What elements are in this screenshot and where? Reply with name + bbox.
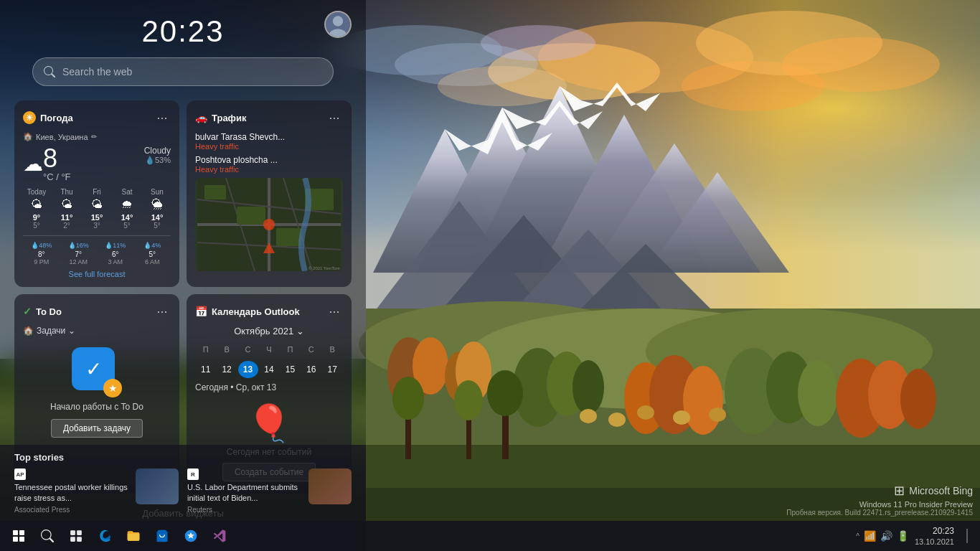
calendar-week-row: 11121314151617 [195,361,343,378]
forecast-day-icon: 🌦 [143,198,171,211]
svg-point-9 [438,66,567,106]
search-bar[interactable] [32,57,334,86]
calendar-day-header: Ч [259,341,279,358]
show-desktop-button[interactable] [960,523,974,549]
widgets-grid: ☀ Погода ··· 🏠 Киев, Украина ✏ ☁ 8 °C [0,93,366,501]
svg-text:© 2021 TomTom: © 2021 TomTom [308,266,340,270]
traffic-map: © 2021 TomTom [195,178,343,271]
ms-bing-text: Microsoft Bing [909,485,973,496]
forecast-day-icon: 🌤 [83,198,110,211]
forecast-day-label: Today [23,188,50,196]
weather-humidity-text: 53% [155,156,171,164]
win-logo-br [19,537,24,542]
calendar-day-cell[interactable]: 11 [196,361,216,378]
forecast-day-label: Sun [143,188,171,196]
todo-tasks-text: Задачи [37,326,65,336]
traffic-menu-button[interactable]: ··· [326,109,343,126]
traffic-status: Heavy traffic [195,165,343,174]
taskbar-vs-button[interactable] [207,523,232,549]
calendar-day-cell[interactable]: 17 [322,361,342,378]
forecast-day-item: Sun 🌦 14° 5° [143,188,171,230]
clock-display: 20:23 [141,14,224,49]
forecast-day-high: 14° [143,213,171,222]
forecast-day-icon: 🌧 [113,198,141,211]
calendar-menu-button[interactable]: ··· [326,303,343,320]
hourly-precip: 💧48% [23,242,60,249]
todo-title-text: To Do [36,306,62,317]
taskbar-task-view-button[interactable] [63,523,89,549]
search-input[interactable] [62,66,322,77]
news-source-row: R [187,468,303,480]
forecast-day-low: 5° [143,222,171,230]
taskbar-store-button[interactable] [149,523,175,549]
news-item[interactable]: R U.S. Labor Department submits initial … [187,468,352,514]
todo-tasks-label[interactable]: 🏠 Задачи ⌄ [23,326,171,336]
forecast-day-label: Thu [53,188,80,196]
win-build-text: Пробная версия. Build 22471.rs_prereleas… [786,509,973,517]
calendar-grid: ПВСЧПСВ11121314151617 [195,341,343,378]
user-avatar[interactable] [324,11,352,38]
calendar-day-cell[interactable]: 13 [238,361,258,378]
svg-point-55 [454,380,483,420]
weather-menu-button[interactable]: ··· [154,109,171,126]
weather-widget-header: ☀ Погода ··· [23,109,171,126]
win-edition-text: Windows 11 Pro Insider Preview [786,500,973,509]
news-item[interactable]: AP Tennessee postal worker killings rais… [14,468,179,514]
taskbar-search-button[interactable] [34,523,60,549]
traffic-status: Heavy traffic [195,142,343,151]
weather-widget: ☀ Погода ··· 🏠 Киев, Украина ✏ ☁ 8 °C [14,100,179,287]
windows-watermark: ⊞ Microsoft Bing Windows 11 Pro Insider … [786,483,973,517]
svg-point-53 [392,377,424,420]
taskbar-edge-button[interactable] [92,523,118,549]
news-source-logo: AP [14,468,26,480]
calendar-day-cell[interactable]: 15 [280,361,300,378]
svg-rect-77 [70,537,75,542]
weather-unit: °C / °F [43,171,71,182]
hourly-temp: 5° [134,250,171,258]
forecast-day-low: 3° [83,222,110,230]
store-icon [155,529,169,543]
weather-temp-main: 8 [43,146,71,171]
calendar-widget-header: 📅 Календарь Outlook ··· [195,303,343,320]
explorer-icon [126,529,141,543]
hourly-item: 💧11% 6° 3 AM [97,242,134,265]
taskbar: ^ 📶 🔊 🔋 20:23 13.10.2021 [0,521,980,551]
svg-rect-68 [204,185,226,199]
calendar-day-cell[interactable]: 16 [301,361,321,378]
forecast-day-label: Fri [83,188,110,196]
calendar-day-cell[interactable]: 14 [259,361,279,378]
svg-rect-70 [276,228,301,246]
tray-chevron[interactable]: ^ [856,532,859,540]
tray-network-icon[interactable]: 📶 [864,530,876,542]
header-section: 20:23 [0,0,366,93]
hourly-time: 3 AM [97,258,134,265]
calendar-day-header: С [238,341,258,358]
taskbar-explorer-button[interactable] [121,523,146,549]
calendar-day-cell[interactable]: 12 [217,361,237,378]
hourly-item: 💧48% 8° 9 PM [23,242,60,265]
taskbar-blue-app-button[interactable] [178,523,204,549]
system-tray-icons: ^ 📶 🔊 🔋 [856,530,909,542]
show-desktop-divider [966,529,968,543]
calendar-widget-title: 📅 Календарь Outlook [195,306,300,317]
taskbar-search-icon [41,529,54,542]
traffic-title-text: Трафик [212,113,247,123]
weather-edit-icon[interactable]: ✏ [91,133,97,141]
forecast-day-high: 14° [113,213,141,222]
see-forecast-link[interactable]: See full forecast [23,270,171,278]
taskbar-time-area[interactable]: 20:23 13.10.2021 [915,526,954,546]
add-task-button[interactable]: Добавить задачу [51,419,143,438]
hourly-precip: 💧16% [60,242,98,249]
calendar-today-label: Сегодня • Ср, окт 13 [195,382,343,392]
taskbar-start-button[interactable] [6,523,32,549]
hourly-temp: 7° [60,250,98,258]
tray-battery-icon[interactable]: 🔋 [897,530,909,542]
win-logo-bl [13,537,18,542]
svg-point-38 [683,366,723,435]
search-icon [44,66,55,77]
todo-menu-button[interactable]: ··· [154,303,171,320]
traffic-road-name: bulvar Tarasa Shevch... [195,132,343,142]
weather-location-text: Киев, Украина [36,133,88,141]
tray-wifi-icon[interactable]: 🔊 [880,530,892,542]
todo-widget-title: ✓ To Do [23,306,62,317]
